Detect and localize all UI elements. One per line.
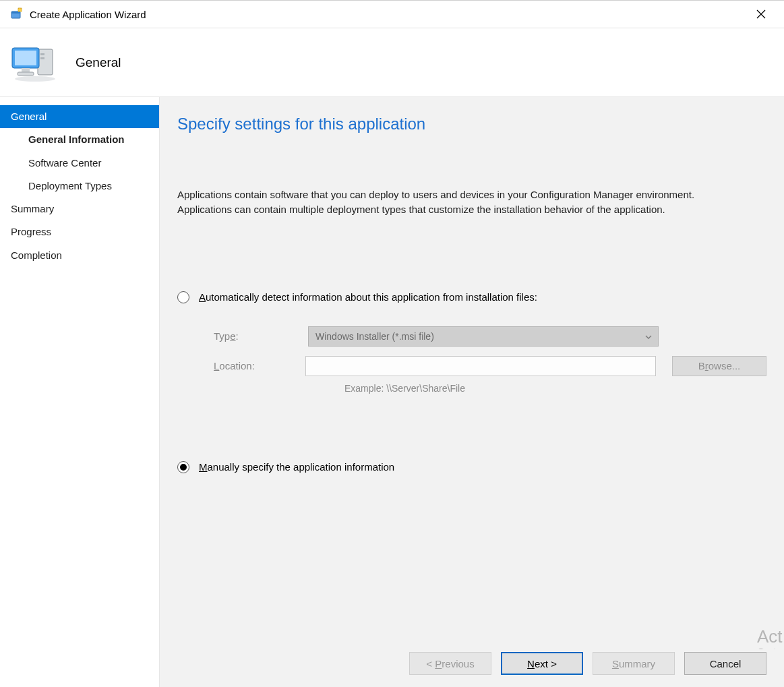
svg-rect-7 <box>40 53 44 55</box>
summary-button: Summary <box>593 652 675 675</box>
type-label: Type: <box>214 330 308 342</box>
type-select: Windows Installer (*.msi file) <box>308 326 659 347</box>
chevron-down-icon <box>644 332 653 343</box>
auto-form: Type: Windows Installer (*.msi file) Loc… <box>214 326 766 394</box>
svg-rect-8 <box>40 57 44 59</box>
sidebar-item-progress[interactable]: Progress <box>0 220 159 243</box>
sidebar-item-general[interactable]: General <box>0 105 159 128</box>
type-row: Type: Windows Installer (*.msi file) <box>214 326 766 347</box>
close-icon <box>756 9 766 19</box>
window-title: Create Application Wizard <box>30 9 746 20</box>
svg-rect-10 <box>15 51 36 65</box>
content-heading: Specify settings for this application <box>177 115 766 133</box>
app-icon <box>9 7 23 21</box>
svg-rect-11 <box>22 68 30 72</box>
radio-auto[interactable] <box>177 291 189 303</box>
title-bar: Create Application Wizard <box>0 0 784 28</box>
radio-auto-row: Automatically detect information about t… <box>177 291 766 303</box>
sidebar-item-general-information[interactable]: General Information <box>0 128 159 151</box>
content-description: Applications contain software that you c… <box>177 187 744 217</box>
header-band: General <box>0 28 784 97</box>
radio-manual-label[interactable]: Manually specify the application informa… <box>199 461 394 473</box>
radio-manual[interactable] <box>177 461 189 473</box>
sidebar-item-software-center[interactable]: Software Center <box>0 152 159 175</box>
next-button[interactable]: Next > <box>501 652 583 675</box>
radio-auto-label[interactable]: Automatically detect information about t… <box>199 291 537 303</box>
browse-button: Browse... <box>672 356 766 376</box>
computer-icon <box>9 42 58 83</box>
radio-manual-row: Manually specify the application informa… <box>177 461 766 473</box>
type-value: Windows Installer (*.msi file) <box>315 331 434 342</box>
svg-point-13 <box>15 76 55 82</box>
svg-rect-1 <box>11 11 20 13</box>
sidebar-item-deployment-types[interactable]: Deployment Types <box>0 175 159 198</box>
location-example: Example: \\Server\Share\File <box>344 383 766 394</box>
close-button[interactable] <box>746 4 776 24</box>
location-label: Location: <box>214 360 305 371</box>
location-row: Location: Browse... <box>214 356 766 376</box>
previous-button: < Previous <box>409 652 491 675</box>
footer-buttons: < Previous Next > Summary Cancel <box>164 649 784 687</box>
page-title: General <box>76 55 121 70</box>
sidebar-item-summary[interactable]: Summary <box>0 198 159 220</box>
wizard-body: General General Information Software Cen… <box>0 97 784 687</box>
svg-rect-6 <box>38 49 53 75</box>
cancel-button[interactable]: Cancel <box>684 652 766 675</box>
sidebar-item-completion[interactable]: Completion <box>0 244 159 267</box>
sidebar: General General Information Software Cen… <box>0 97 160 687</box>
location-input <box>305 356 656 376</box>
svg-rect-12 <box>18 72 34 76</box>
content-pane: Specify settings for this application Ap… <box>160 97 784 687</box>
